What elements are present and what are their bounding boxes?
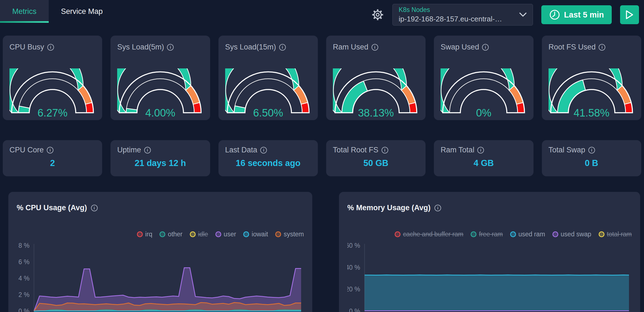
tab-metrics[interactable]: Metrics <box>0 0 49 23</box>
info-icon[interactable]: i <box>279 44 286 51</box>
gauge-value: 6.27% <box>3 107 102 119</box>
stat-card-ram-total: Ram Totali 4 GB <box>434 140 533 176</box>
legend-color-dot <box>552 231 558 237</box>
legend-item-used-ram[interactable]: used ram <box>510 231 545 238</box>
cpu-usage-chart-card: % CPU Usage (Avg)i irqotheridleuseriowai… <box>8 192 312 312</box>
legend-item-irq[interactable]: irq <box>137 231 153 238</box>
legend-label: user <box>224 231 236 238</box>
svg-text:2 %: 2 % <box>18 291 30 298</box>
chart-title: % CPU Usage (Avg) <box>17 204 87 212</box>
info-icon[interactable]: i <box>167 44 174 51</box>
gauge-title: Ram Used <box>333 43 368 51</box>
legend-item-user[interactable]: user <box>215 231 236 238</box>
info-icon[interactable]: i <box>477 147 484 153</box>
info-icon[interactable]: i <box>260 147 267 153</box>
stat-card-cpu-core: CPU Corei 2 <box>3 140 102 176</box>
chevron-down-icon <box>519 13 527 17</box>
legend-label: used swap <box>561 231 591 238</box>
gauge-title: Root FS Used <box>549 43 596 51</box>
gauge-value: 0% <box>434 107 533 119</box>
legend-label: other <box>168 231 182 238</box>
chart-row: % CPU Usage (Avg)i irqotheridleuseriowai… <box>0 192 644 312</box>
chart-legend: cache and buffer ramfree ramused ramused… <box>347 229 632 239</box>
svg-text:40 %: 40 % <box>347 264 360 271</box>
legend-item-system[interactable]: system <box>275 231 304 238</box>
info-icon[interactable]: i <box>599 44 605 51</box>
cpu-usage-plot[interactable]: 8 %6 %4 %2 %0 % <box>17 241 304 312</box>
stat-title: Total Swap <box>549 146 585 154</box>
stat-card-total-swap: Total Swapi 0 B <box>542 140 641 176</box>
svg-text:20 %: 20 % <box>347 286 360 293</box>
svg-text:60 %: 60 % <box>347 242 360 249</box>
info-icon[interactable]: i <box>382 147 388 153</box>
legend-item-free-ram[interactable]: free ram <box>471 231 503 238</box>
stat-card-total-root-fs: Total Root FSi 50 GB <box>326 140 426 176</box>
legend-label: iowait <box>252 231 268 238</box>
stat-title: CPU Core <box>9 146 44 154</box>
time-range-button[interactable]: Last 5 min <box>541 5 612 24</box>
stat-title: Ram Total <box>441 146 474 154</box>
legend-item-cache-and-buffer-ram[interactable]: cache and buffer ram <box>395 231 463 238</box>
top-bar: Metrics Service Map K8s Nodes ip-192-168… <box>0 0 644 28</box>
gauge-value: 6.50% <box>218 107 318 119</box>
legend-color-dot <box>471 231 476 237</box>
svg-text:8 %: 8 % <box>18 242 30 249</box>
legend-color-dot <box>190 231 196 237</box>
stat-value: 0 B <box>549 158 635 168</box>
legend-label: cache and buffer ram <box>403 231 463 238</box>
stat-value: 21 days 12 h <box>117 158 203 168</box>
legend-label: used ram <box>518 231 545 238</box>
gauge-title: CPU Busy <box>9 43 44 51</box>
node-variable-dropdown[interactable]: K8s Nodes ip-192-168-28-157.eu-central-… <box>392 4 533 26</box>
stat-card-last-data: Last Datai 16 seconds ago <box>218 140 318 176</box>
svg-text:0 %: 0 % <box>349 308 360 312</box>
info-icon[interactable]: i <box>372 44 378 51</box>
stat-value: 2 <box>9 158 95 168</box>
legend-color-dot <box>510 231 516 237</box>
topbar-actions: K8s Nodes ip-192-168-28-157.eu-central-…… <box>371 0 644 26</box>
play-icon <box>625 10 634 19</box>
legend-color-dot <box>137 231 143 237</box>
legend-item-other[interactable]: other <box>159 231 182 238</box>
info-icon[interactable]: i <box>434 205 441 211</box>
gauge-title: Sys Load(5m) <box>117 43 164 51</box>
variable-label: K8s Nodes <box>399 6 515 14</box>
info-icon[interactable]: i <box>47 44 54 51</box>
variable-selected-value: ip-192-168-28-157.eu-central-… <box>399 15 515 23</box>
gauge-value: 4.00% <box>110 107 210 119</box>
legend-label: free ram <box>479 231 503 238</box>
legend-label: system <box>284 231 304 238</box>
info-icon[interactable]: i <box>144 147 151 153</box>
run-query-button[interactable] <box>620 5 639 24</box>
gauge-card-ram-used: Ram Usedi 38.13% <box>326 36 426 120</box>
gauge-card-sys-load-5m: Sys Load(5m)i 4.00% <box>110 36 210 120</box>
gear-icon[interactable] <box>371 8 384 21</box>
tab-service-map[interactable]: Service Map <box>49 0 115 23</box>
info-icon[interactable]: i <box>588 147 595 153</box>
gauge-card-row: CPU Busyi 6.27% Sys Load(5m)i 4.00% Sys … <box>0 36 644 120</box>
info-icon[interactable]: i <box>47 147 53 153</box>
chart-title: % Memory Usage (Avg) <box>347 204 431 212</box>
stat-card-row: CPU Corei 2 Uptimei 21 days 12 h Last Da… <box>0 140 644 176</box>
time-range-label: Last 5 min <box>564 10 604 19</box>
legend-color-dot <box>159 231 165 237</box>
stat-value: 16 seconds ago <box>225 158 311 168</box>
gauge-card-root-fs-used: Root FS Usedi 41.58% <box>542 36 641 120</box>
legend-color-dot <box>275 231 281 237</box>
gauge-title: Swap Used <box>441 43 479 51</box>
info-icon[interactable]: i <box>482 44 489 51</box>
svg-text:6 %: 6 % <box>18 258 30 266</box>
memory-usage-chart-card: % Memory Usage (Avg)i cache and buffer r… <box>339 192 640 312</box>
memory-usage-plot[interactable]: 60 %40 %20 %0 % <box>347 241 632 312</box>
gauge-value: 38.13% <box>326 107 426 119</box>
legend-item-iowait[interactable]: iowait <box>243 231 268 238</box>
stat-title: Total Root FS <box>333 146 378 154</box>
stat-value: 50 GB <box>333 158 419 168</box>
legend-label: irq <box>145 231 153 238</box>
info-icon[interactable]: i <box>91 205 98 211</box>
legend-item-total-ram[interactable]: total ram <box>599 231 632 238</box>
legend-item-idle[interactable]: idle <box>190 231 208 238</box>
stat-title: Uptime <box>117 146 141 154</box>
legend-item-used-swap[interactable]: used swap <box>552 231 591 238</box>
svg-text:0 %: 0 % <box>18 308 30 312</box>
